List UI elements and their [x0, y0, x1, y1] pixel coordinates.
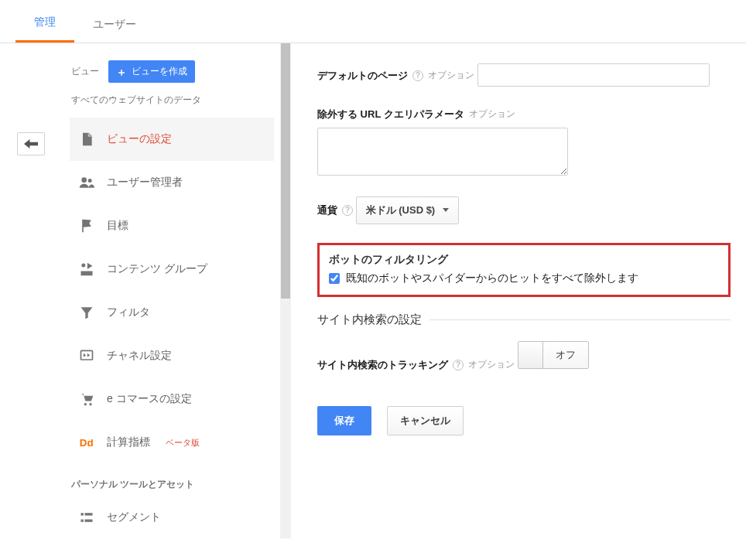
menu-goals[interactable]: 目標 [70, 204, 274, 248]
document-icon [79, 131, 94, 147]
menu-label: ユーザー管理者 [107, 176, 183, 190]
field-exclude-url: 除外する URL クエリパラメータ オプション [317, 108, 731, 178]
menu-filters[interactable]: フィルタ [70, 291, 274, 334]
create-view-button[interactable]: ＋ ビューを作成 [108, 60, 195, 83]
menu-channel-settings[interactable]: チャネル設定 [70, 334, 274, 377]
optional-label: オプション [428, 69, 474, 82]
view-label: ビュー [71, 65, 99, 78]
content-group-icon [79, 261, 94, 277]
svg-point-4 [84, 403, 87, 405]
toggle-state-label: オフ [543, 342, 588, 368]
default-page-label: デフォルトのページ [317, 69, 408, 83]
field-currency: 通貨 ? 米ドル (USD $) [317, 196, 731, 224]
bot-filter-box: ボットのフィルタリング 既知のボットやスパイダーからのヒットをすべて除外します [317, 243, 731, 297]
sidebar: ビュー ＋ ビューを作成 すべてのウェブサイトのデータ ビューの設定 ユーザー管… [70, 43, 280, 539]
bot-filter-checkbox[interactable] [329, 273, 340, 284]
optional-label: オプション [469, 108, 515, 121]
menu-ecommerce[interactable]: e コマースの設定 [70, 377, 274, 421]
currency-label: 通貨 [317, 203, 337, 217]
people-icon [79, 175, 94, 190]
currency-select[interactable]: 米ドル (USD $) [356, 196, 460, 224]
filter-icon [79, 305, 94, 320]
menu-label: 目標 [107, 219, 128, 233]
help-icon[interactable]: ? [453, 360, 464, 370]
tab-user[interactable]: ユーザー [74, 5, 155, 43]
toggle-handle[interactable] [518, 342, 543, 368]
segment-icon [79, 510, 94, 525]
default-page-input[interactable] [477, 63, 710, 87]
svg-point-2 [81, 264, 85, 268]
divider [429, 319, 731, 320]
plus-icon: ＋ [116, 67, 127, 77]
flag-icon [79, 218, 94, 234]
dd-icon: Dd [79, 435, 94, 450]
svg-rect-10 [85, 520, 93, 522]
menu-label: セグメント [107, 510, 161, 524]
back-button[interactable] [17, 132, 45, 155]
field-default-page: デフォルトのページ ? オプション [317, 63, 731, 89]
beta-badge: ベータ版 [166, 437, 200, 449]
menu-label: チャネル設定 [107, 349, 172, 363]
svg-rect-8 [85, 513, 93, 515]
site-search-heading-text: サイト内検索の設定 [317, 312, 422, 327]
menu-label: e コマースの設定 [107, 392, 192, 406]
optional-label: オプション [468, 358, 515, 371]
menu-user-management[interactable]: ユーザー管理者 [70, 161, 274, 204]
svg-point-0 [81, 177, 87, 183]
menu-calculated-metrics[interactable]: Dd 計算指標 ベータ版 [70, 421, 274, 464]
bot-filter-checkbox-label: 既知のボットやスパイダーからのヒットをすべて除外します [346, 271, 638, 285]
svg-rect-3 [81, 350, 93, 360]
top-tabs: 管理 ユーザー [0, 0, 746, 43]
chevron-down-icon [443, 208, 449, 212]
menu-label: フィルタ [107, 306, 150, 319]
currency-value: 米ドル (USD $) [366, 203, 436, 217]
field-site-search-tracking: サイト内検索のトラッキング ? オプション オフ [317, 341, 731, 378]
cancel-button[interactable]: キャンセル [387, 406, 464, 435]
menu-view-settings[interactable]: ビューの設定 [70, 118, 274, 161]
main-content: デフォルトのページ ? オプション 除外する URL クエリパラメータ オプショ… [280, 43, 746, 539]
save-button[interactable]: 保存 [317, 406, 371, 435]
personal-tools-heading: パーソナル ツールとアセット [70, 464, 274, 496]
exclude-url-textarea[interactable] [317, 128, 568, 176]
menu-label: 計算指標 [107, 435, 150, 449]
svg-text:Dd: Dd [80, 437, 94, 449]
help-icon[interactable]: ? [342, 205, 353, 216]
sidebar-scrollbar[interactable] [280, 43, 291, 538]
svg-point-1 [88, 179, 92, 183]
svg-rect-9 [81, 520, 84, 522]
help-icon[interactable]: ? [412, 70, 423, 81]
menu-content-groups[interactable]: コンテンツ グループ [70, 248, 274, 291]
menu-label: ビューの設定 [107, 132, 172, 146]
svg-rect-7 [81, 513, 84, 515]
tab-admin[interactable]: 管理 [15, 3, 74, 43]
site-search-heading: サイト内検索の設定 [317, 312, 731, 327]
back-arrow-icon [24, 138, 38, 149]
scrollbar-thumb[interactable] [281, 43, 290, 299]
channel-icon [79, 348, 94, 364]
site-search-tracking-label: サイト内検索のトラッキング [317, 358, 448, 372]
exclude-url-label: 除外する URL クエリパラメータ [317, 108, 464, 121]
bot-filter-checkbox-row[interactable]: 既知のボットやスパイダーからのヒットをすべて除外します [329, 271, 719, 285]
bot-filter-title: ボットのフィルタリング [329, 253, 719, 267]
svg-point-5 [89, 403, 91, 405]
menu-segments[interactable]: セグメント [70, 496, 274, 539]
create-view-label: ビューを作成 [132, 65, 187, 78]
site-search-toggle[interactable]: オフ [518, 341, 589, 369]
menu-label: コンテンツ グループ [107, 262, 207, 276]
view-subtitle: すべてのウェブサイトのデータ [70, 89, 274, 118]
cart-icon [79, 391, 94, 407]
